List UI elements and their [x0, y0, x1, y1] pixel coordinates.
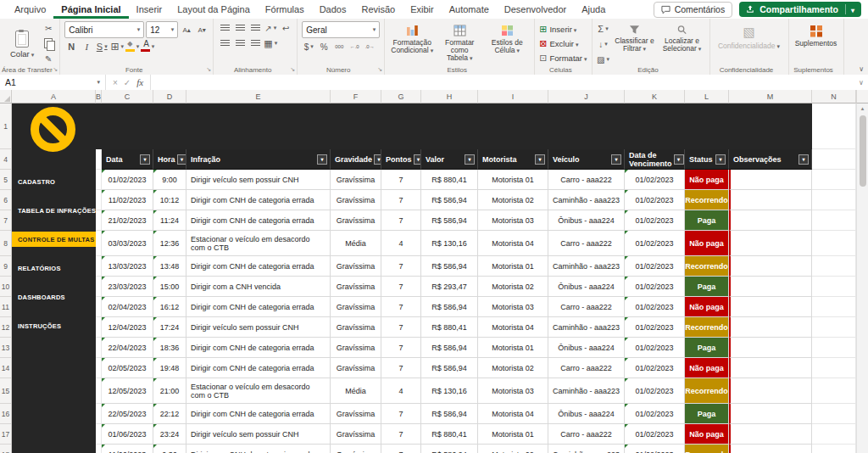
table-header-infracao[interactable]: Infração — [186, 149, 331, 170]
cell-empty[interactable] — [812, 378, 856, 404]
column-header-a[interactable]: A — [12, 90, 96, 103]
row-header-12[interactable]: 12 — [0, 317, 11, 338]
underline-button[interactable]: S — [95, 40, 108, 53]
column-header-b[interactable]: B — [96, 90, 102, 103]
cell-obs[interactable] — [729, 378, 812, 404]
decrease-decimal-icon[interactable] — [363, 40, 376, 53]
table-header-data[interactable]: Data — [102, 149, 153, 170]
sidebar-item-cadastro[interactable]: CADASTRO — [12, 174, 96, 189]
cell-vencimento[interactable]: 01/02/2023 — [625, 338, 685, 358]
sort-filter-button[interactable]: Classificar e Filtrar — [612, 21, 658, 53]
menu-tab-arquivo[interactable]: Arquivo — [7, 0, 53, 19]
clear-icon[interactable] — [597, 53, 610, 66]
filter-button[interactable] — [414, 154, 422, 165]
cell-veiculo[interactable]: Ônibus - aaa224 — [548, 277, 625, 297]
fill-icon[interactable] — [597, 37, 610, 51]
number-format-select[interactable]: Geral — [302, 21, 380, 38]
cell-gravidade[interactable]: Gravíssima — [331, 297, 381, 317]
format-as-table-button[interactable]: Formatar como Tabela — [437, 21, 482, 62]
cell-veiculo[interactable]: Carro - aaa222 — [548, 424, 625, 445]
format-cells-button[interactable]: Formatar — [539, 52, 587, 64]
conditional-formatting-button[interactable]: Formatação Condicional — [389, 21, 435, 54]
cell-motorista[interactable]: Motorista 03 — [478, 210, 548, 231]
cell-motorista[interactable]: Motorista 01 — [478, 170, 548, 190]
cell-motorista[interactable]: Motorista 02 — [478, 445, 548, 453]
scroll-up-icon[interactable] — [857, 105, 868, 112]
cell-empty[interactable] — [812, 170, 856, 190]
cell-vencimento[interactable]: 01/02/2023 — [625, 424, 685, 445]
scrollbar-thumb[interactable] — [860, 115, 866, 187]
row-header-15[interactable]: 15 — [0, 378, 11, 404]
cell-vencimento[interactable]: 01/02/2023 — [625, 190, 685, 210]
cell-status[interactable]: Não paga — [685, 358, 729, 378]
autosum-icon[interactable] — [597, 22, 610, 36]
cell-veiculo[interactable]: Caminhão - aaa223 — [548, 317, 625, 338]
menu-tab-layout-da-pagina[interactable]: Layout da Página — [170, 0, 258, 19]
cell-obs[interactable] — [729, 424, 812, 445]
cell-obs[interactable] — [729, 256, 812, 277]
row-header-14[interactable]: 14 — [0, 358, 11, 378]
cell-veiculo[interactable]: Carro - aaa222 — [548, 231, 625, 256]
cell-hora[interactable]: 22:12 — [153, 404, 186, 424]
cell-vencimento[interactable]: 01/02/2023 — [625, 317, 685, 338]
cell-empty[interactable] — [96, 424, 102, 445]
cell-empty[interactable] — [96, 149, 102, 170]
fill-color-icon[interactable] — [125, 40, 139, 53]
thousands-format-icon[interactable] — [332, 40, 346, 53]
format-painter-icon[interactable] — [42, 52, 55, 65]
cell-gravidade[interactable]: Gravíssima — [331, 404, 381, 424]
row-header-11[interactable]: 11 — [0, 297, 11, 317]
cell-gravidade[interactable]: Gravíssima — [331, 210, 381, 231]
addins-button[interactable]: Suplementos — [793, 21, 839, 48]
table-header-gravidade[interactable]: Gravidade — [331, 149, 381, 170]
cell-obs[interactable] — [729, 231, 812, 256]
cell-hora[interactable]: 11:24 — [153, 210, 186, 231]
currency-format-icon[interactable] — [302, 40, 315, 53]
cell-pontos[interactable]: 7 — [381, 256, 421, 277]
cell-empty[interactable] — [812, 277, 856, 297]
cell-infracao[interactable]: Dirigir com CNH de categoria errada — [186, 404, 331, 424]
cell-infracao[interactable]: Dirigir veículo sem possuir CNH — [186, 317, 331, 338]
filter-button[interactable] — [611, 154, 621, 165]
cell-infracao[interactable]: Dirigir com CNH de categoria errada — [186, 297, 331, 317]
cell-gravidade[interactable]: Gravíssima — [331, 338, 381, 358]
menu-tab-automate[interactable]: Automate — [442, 0, 497, 19]
font-color-icon[interactable] — [141, 40, 154, 53]
cell-gravidade[interactable]: Gravíssima — [331, 256, 381, 277]
align-bottom-icon[interactable] — [248, 21, 262, 35]
row-header-8[interactable]: 8 — [0, 231, 11, 256]
table-header-veiculo[interactable]: Veículo — [548, 149, 625, 170]
cell-obs[interactable] — [729, 210, 812, 231]
cell-empty[interactable] — [96, 445, 102, 453]
cell-valor[interactable]: R$ 293,47 — [421, 277, 478, 297]
cell-vencimento[interactable]: 01/02/2023 — [625, 404, 685, 424]
borders-icon[interactable] — [110, 40, 124, 53]
filter-button[interactable] — [177, 154, 186, 165]
menu-tab-revisao[interactable]: Revisão — [353, 0, 403, 19]
table-header-data-de-vencimento[interactable]: Data de Vencimento — [625, 149, 685, 170]
cell-motorista[interactable]: Motorista 01 — [478, 338, 548, 358]
row-header-17[interactable]: 17 — [0, 424, 11, 445]
cell-gravidade[interactable]: Gravíssima — [331, 277, 381, 297]
row-header-1[interactable]: 1 — [0, 103, 11, 149]
sidebar-item-instrucoes[interactable]: INSTRUÇÕES — [12, 318, 96, 333]
column-header-h[interactable]: H — [421, 90, 478, 103]
cell-empty[interactable] — [812, 190, 856, 210]
menu-tab-pagina-inicial[interactable]: Página Inicial — [53, 0, 128, 19]
filter-button[interactable] — [715, 154, 726, 165]
cell-hora[interactable]: 16:12 — [153, 297, 186, 317]
cancel-icon[interactable]: × — [113, 78, 118, 87]
number-dialog-launcher-icon[interactable] — [377, 66, 382, 73]
insert-cells-button[interactable]: Inserir — [539, 23, 587, 36]
cell-vencimento[interactable]: 01/02/2023 — [625, 277, 685, 297]
cell-motorista[interactable]: Motorista 02 — [478, 358, 548, 378]
cell-data[interactable]: 01/06/2023 — [102, 424, 153, 445]
cell-hora[interactable]: 13:48 — [153, 256, 186, 277]
font-dialog-launcher-icon[interactable] — [206, 66, 211, 73]
table-header-hora[interactable]: Hora — [153, 149, 186, 170]
cell-valor[interactable]: R$ 586,94 — [421, 404, 478, 424]
cell-empty[interactable] — [812, 149, 856, 170]
cell-infracao[interactable]: Dirigir com CNH de categoria errada — [186, 445, 331, 453]
cell-data[interactable]: 03/03/2023 — [102, 231, 153, 256]
cell-pontos[interactable]: 7 — [381, 424, 421, 445]
